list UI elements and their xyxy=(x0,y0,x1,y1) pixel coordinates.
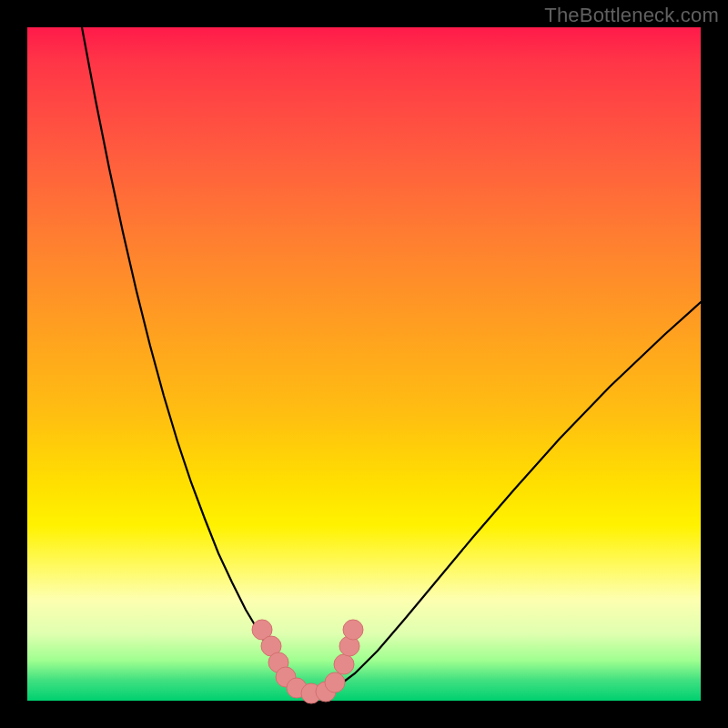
data-marker xyxy=(343,620,363,640)
watermark-text: TheBottleneck.com xyxy=(544,4,719,27)
chart-overlay xyxy=(27,27,701,701)
left-curve xyxy=(82,27,291,687)
right-curve xyxy=(337,302,701,687)
data-markers xyxy=(252,620,363,703)
data-marker xyxy=(334,654,354,674)
data-marker xyxy=(325,672,345,693)
